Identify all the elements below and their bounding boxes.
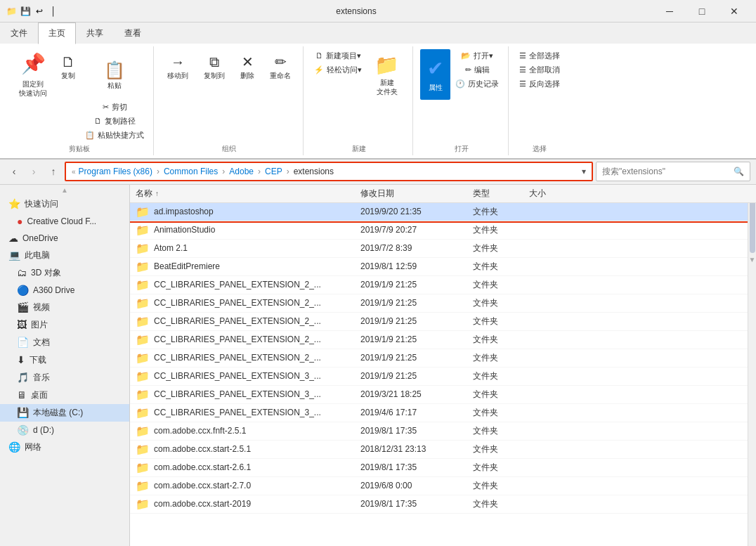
col-header-date[interactable]: 修改日期 bbox=[360, 188, 473, 200]
up-button[interactable]: ↑ bbox=[45, 163, 62, 180]
table-row[interactable]: 📁 com.adobe.ccx.start-2.7.0 2019/6/8 0:0… bbox=[130, 477, 756, 495]
ribbon-group-new: 🗋 新建项目▾ ⚡ 轻松访问▾ 📁 新建文件夹 新建 bbox=[305, 46, 413, 155]
tab-view[interactable]: 查看 bbox=[114, 22, 152, 44]
delete-button[interactable]: ✕ 删除 bbox=[234, 49, 261, 84]
maximize-button[interactable]: □ bbox=[686, 0, 718, 22]
breadcrumb-common-files[interactable]: Common Files bbox=[164, 167, 218, 176]
scrollbar[interactable]: ▲ ▼ bbox=[748, 185, 756, 546]
paste-button[interactable]: 📋 粘贴 bbox=[82, 49, 148, 100]
file-type: 文件夹 bbox=[473, 316, 529, 327]
col-header-type[interactable]: 类型 bbox=[473, 188, 529, 200]
scroll-down-arrow[interactable]: ▼ bbox=[748, 254, 756, 265]
table-row[interactable]: 📁 com.adobe.ccx.start-2.5.1 2018/12/31 2… bbox=[130, 441, 756, 459]
search-input[interactable] bbox=[602, 167, 734, 176]
tab-home[interactable]: 主页 bbox=[38, 22, 76, 44]
folder-icon: 📁 bbox=[136, 333, 150, 346]
sidebar-item-a360[interactable]: 🔵 A360 Drive bbox=[0, 282, 129, 299]
d-drive-icon: 💿 bbox=[17, 424, 29, 436]
table-row[interactable]: 📁 CC_LIBRARIES_PANEL_EXTENSION_2_... 201… bbox=[130, 294, 756, 313]
ribbon-group-clipboard: 📌 固定到快速访问 🗋 复制 📋 粘贴 ✂ 剪切 bbox=[6, 46, 154, 155]
undo-icon[interactable]: ↩ bbox=[34, 6, 45, 17]
table-row[interactable]: 📁 CC_LIBRARIES_PANEL_EXTENSION_2_... 201… bbox=[130, 313, 756, 331]
paste-shortcut-button[interactable]: 📋 粘贴快捷方式 bbox=[82, 129, 148, 142]
file-name: com.adobe.ccx.start-2.7.0 bbox=[154, 481, 251, 490]
copy-button[interactable]: 🗋 复制 bbox=[56, 49, 80, 84]
save-icon[interactable]: 💾 bbox=[20, 6, 31, 17]
move-to-button[interactable]: → 移动到 bbox=[161, 49, 195, 84]
new-folder-button[interactable]: 📁 新建文件夹 bbox=[367, 49, 407, 100]
history-button[interactable]: 🕐 历史记录 bbox=[452, 77, 502, 91]
properties-button[interactable]: ✔ 属性 bbox=[420, 49, 450, 100]
close-button[interactable]: ✕ bbox=[718, 0, 750, 22]
music-label: 音乐 bbox=[33, 372, 50, 384]
table-row[interactable]: 📁 ad.impastoshop 2019/9/20 21:35 文件夹 bbox=[130, 203, 756, 221]
tab-file[interactable]: 文件 bbox=[0, 22, 38, 44]
search-icon[interactable]: 🔍 bbox=[734, 167, 744, 176]
edit-label: 编辑 bbox=[474, 65, 490, 74]
table-row[interactable]: 📁 CC_LIBRARIES_PANEL_EXTENSION_3_... 201… bbox=[130, 404, 756, 422]
copy-to-button[interactable]: ⧉ 复制到 bbox=[197, 49, 231, 84]
table-row[interactable]: 📁 CC_LIBRARIES_PANEL_EXTENSION_3_... 201… bbox=[130, 368, 756, 386]
file-type: 文件夹 bbox=[473, 206, 529, 218]
col-header-name[interactable]: 名称 ↑ bbox=[136, 188, 360, 200]
copy-path-button[interactable]: 🗋 复制路径 bbox=[82, 115, 148, 128]
search-bar[interactable]: 🔍 bbox=[596, 162, 750, 181]
file-date: 2019/4/6 17:17 bbox=[360, 408, 473, 417]
table-row[interactable]: 📁 Atom 2.1 2019/7/2 8:39 文件夹 bbox=[130, 240, 756, 258]
minimize-button[interactable]: ─ bbox=[653, 0, 686, 22]
table-row[interactable]: 📁 CC_LIBRARIES_PANEL_EXTENSION_2_... 201… bbox=[130, 349, 756, 368]
table-row[interactable]: 📁 CC_LIBRARIES_PANEL_EXTENSION_2_... 201… bbox=[130, 331, 756, 349]
file-date: 2019/1/9 21:25 bbox=[360, 280, 473, 290]
open-button[interactable]: 📂 打开▾ bbox=[452, 49, 502, 63]
easy-access-icon: ⚡ bbox=[314, 65, 324, 74]
pictures-label: 图片 bbox=[31, 319, 48, 331]
breadcrumb-adobe[interactable]: Adobe bbox=[229, 167, 254, 176]
select-all-button[interactable]: ☰ 全部选择 bbox=[516, 49, 563, 63]
sidebar-item-creative-cloud[interactable]: ● Creative Cloud F... bbox=[0, 213, 129, 230]
col-header-size[interactable]: 大小 bbox=[529, 188, 585, 200]
back-button[interactable]: ‹ bbox=[6, 163, 22, 180]
table-row[interactable]: 📁 com.adobe.ccx.start-2.6.1 2019/8/1 17:… bbox=[130, 459, 756, 477]
sidebar-item-video[interactable]: 🎬 视频 bbox=[0, 299, 129, 316]
table-row[interactable]: 📁 com.adobe.ccx.start-2019 2019/8/1 17:3… bbox=[130, 495, 756, 514]
sidebar-item-quick-access[interactable]: ⭐ 快速访问 bbox=[0, 195, 129, 213]
folder-icon: 📁 bbox=[136, 315, 150, 328]
file-name: BeatEditPremiere bbox=[154, 261, 220, 271]
sidebar-item-music[interactable]: 🎵 音乐 bbox=[0, 369, 129, 386]
table-row[interactable]: 📁 BeatEditPremiere 2019/8/1 12:59 文件夹 bbox=[130, 258, 756, 276]
table-row[interactable]: 📁 AnimationStudio 2019/7/9 20:27 文件夹 bbox=[130, 221, 756, 240]
table-row[interactable]: 📁 CC_LIBRARIES_PANEL_EXTENSION_3_... 201… bbox=[130, 386, 756, 404]
table-row[interactable]: 📁 com.adobe.ccx.fnft-2.5.1 2019/8/1 17:3… bbox=[130, 422, 756, 441]
breadcrumb-program-files[interactable]: Program Files (x86) bbox=[79, 167, 152, 176]
scroll-thumb[interactable] bbox=[750, 197, 755, 253]
sidebar-item-onedrive[interactable]: ☁ OneDrive bbox=[0, 230, 129, 247]
sidebar-item-this-pc[interactable]: 💻 此电脑 bbox=[0, 247, 129, 264]
new-item-button[interactable]: 🗋 新建项目▾ bbox=[311, 49, 365, 63]
scroll-up[interactable]: ▲ bbox=[0, 185, 129, 195]
cut-button[interactable]: ✂ 剪切 bbox=[82, 100, 148, 114]
invert-selection-button[interactable]: ☰ 反向选择 bbox=[516, 77, 563, 91]
breadcrumb-cep[interactable]: CEP bbox=[265, 167, 282, 176]
table-row[interactable]: 📁 CC_LIBRARIES_PANEL_EXTENSION_2_... 201… bbox=[130, 276, 756, 294]
sidebar-item-3d[interactable]: 🗂 3D 对象 bbox=[0, 264, 129, 282]
ribbon-group-organize: → 移动到 ⧉ 复制到 ✕ 删除 ✏ 重命名 bbox=[155, 46, 304, 155]
tab-share[interactable]: 共享 bbox=[76, 22, 114, 44]
sidebar-item-downloads[interactable]: ⬇ 下载 bbox=[0, 351, 129, 369]
rename-button[interactable]: ✏ 重命名 bbox=[263, 49, 297, 84]
file-name: CC_LIBRARIES_PANEL_EXTENSION_3_... bbox=[154, 371, 321, 381]
sidebar-item-network[interactable]: 🌐 网络 bbox=[0, 438, 129, 456]
pin-quick-access-button[interactable]: 📌 固定到快速访问 bbox=[11, 49, 55, 100]
easy-access-button[interactable]: ⚡ 轻松访问▾ bbox=[311, 63, 365, 77]
sidebar-item-c-drive[interactable]: 💾 本地磁盘 (C:) bbox=[0, 404, 129, 422]
this-pc-label: 此电脑 bbox=[25, 249, 50, 261]
sidebar-item-pictures[interactable]: 🖼 图片 bbox=[0, 316, 129, 334]
sidebar-item-d-drive[interactable]: 💿 d (D:) bbox=[0, 422, 129, 438]
edit-button[interactable]: ✏ 编辑 bbox=[452, 63, 502, 77]
file-date: 2019/8/1 17:35 bbox=[360, 499, 473, 509]
sidebar-item-documents[interactable]: 📄 文档 bbox=[0, 334, 129, 351]
sidebar-item-desktop[interactable]: 🖥 桌面 bbox=[0, 386, 129, 404]
select-none-button[interactable]: ☰ 全部取消 bbox=[516, 63, 563, 77]
forward-button[interactable]: › bbox=[25, 163, 42, 180]
ribbon: 文件 主页 共享 查看 📌 固定到快速访问 🗋 复制 bbox=[0, 22, 756, 160]
breadcrumb-dropdown[interactable]: ▾ bbox=[582, 167, 586, 176]
